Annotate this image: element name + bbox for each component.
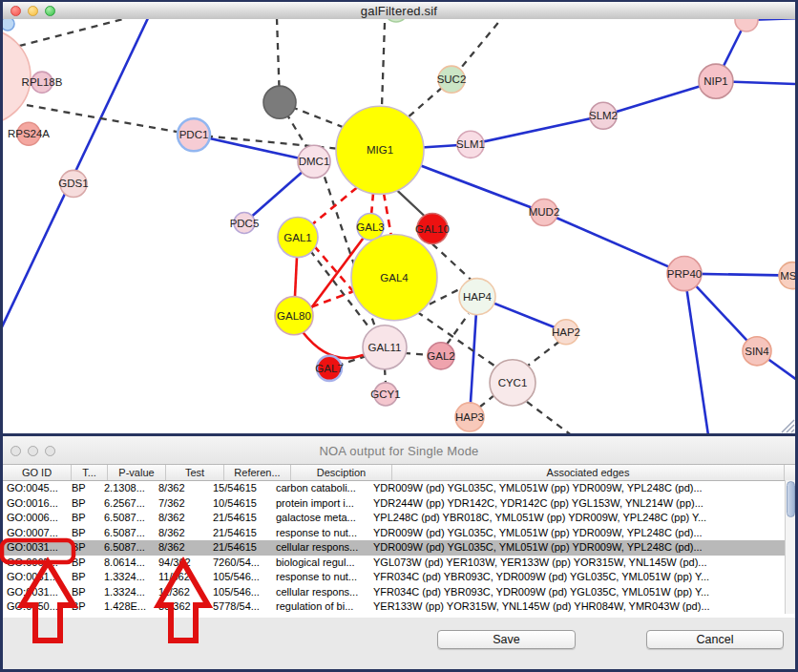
table-cell: BP (68, 496, 100, 512)
noa-output-window: NOA output for Single Mode GO IDT...P-va… (3, 436, 795, 669)
graph-node-gray-node[interactable] (263, 86, 296, 118)
graph-edge[interactable] (397, 190, 426, 217)
table-row[interactable]: GO:0031...BP6.5087...8/36221/54615cellul… (3, 540, 795, 556)
table-cell: 21/54615 (209, 526, 272, 541)
graph-node-label: CYC1 (498, 377, 528, 388)
table-cell: protein import i... (272, 496, 369, 512)
network-canvas[interactable]: RPL18BRPS24AGDS1PDC1MIG1SUC2SLM1SLM2NIP1… (3, 19, 795, 433)
table-cell: galactose meta... (272, 511, 369, 526)
column-header-2[interactable]: P-value (108, 465, 166, 480)
graph-node-label: SIN4 (745, 346, 769, 357)
table-cell: 6.5087... (100, 526, 155, 541)
graph-edge[interactable] (684, 274, 708, 433)
table-row[interactable]: GO:0006...BP6.5087...8/36221/54615galact… (3, 511, 795, 526)
graph-edge[interactable] (527, 402, 573, 433)
table-cell: 21/54615 (209, 540, 272, 556)
table-row[interactable]: GO:0065...BP8.0614...94/3627260/54...bio… (3, 556, 795, 571)
graph-edge[interactable] (303, 332, 364, 358)
table-cell: carbon cataboli... (272, 481, 369, 496)
table-cell: 1.3324... (100, 585, 155, 600)
network-window-title: galFiltered.sif (3, 4, 795, 18)
table-cell: 80/362 (155, 599, 209, 615)
graph-edge[interactable] (382, 23, 385, 107)
graph-node-label: GAL7 (315, 363, 343, 374)
noa-window-titlebar[interactable]: NOA output for Single Mode (3, 436, 795, 465)
graph-edge[interactable] (432, 244, 472, 281)
table-row[interactable]: GO:0045...BP2.1308...8/36215/54615carbon… (3, 481, 795, 496)
table-cell: 2.1308... (100, 481, 155, 496)
table-header-row: GO IDT...P-valueTestReferen...Desciption… (3, 465, 795, 481)
graph-edge[interactable] (471, 116, 603, 144)
table-cell: BP (68, 585, 100, 600)
table-cell: BP (68, 526, 100, 541)
table-row[interactable]: GO:0016...BP6.2567...7/36210/54615protei… (3, 496, 795, 512)
graph-node-label: PDC5 (230, 218, 260, 229)
graph-node-label: GCY1 (370, 388, 400, 400)
table-cell: YDR009W (pd) YGL035C, YML051W (pp) YDR00… (369, 481, 758, 496)
table-cell: YPL248C (pd) YBR018C, YML051W (pp) YDR00… (369, 511, 758, 526)
table-cell: YDR009W (pd) YGL035C, YML051W (pp) YDR00… (369, 526, 758, 541)
table-cell: 1.3324... (100, 570, 155, 585)
graph-node-label: HAP2 (552, 326, 580, 338)
column-header-5[interactable]: Desciption (291, 465, 392, 480)
table-cell: 7260/54... (209, 556, 272, 571)
column-header-3[interactable]: Test (166, 465, 224, 480)
graph-edge[interactable] (544, 212, 684, 273)
resize-grip-icon[interactable] (782, 420, 794, 432)
table-cell: BP (68, 481, 100, 496)
table-cell: cellular respons... (272, 585, 369, 600)
table-row[interactable]: GO:0031...BP1.3324...11/362105/546...res… (3, 570, 795, 585)
graph-node-label: MIG1 (367, 144, 393, 156)
column-header-6[interactable]: Associated edges (392, 465, 785, 480)
graph-node-label: HAP4 (463, 291, 493, 303)
table-cell: GO:0045... (3, 481, 68, 496)
save-button[interactable]: Save (437, 630, 576, 649)
graph-node-corner[interactable] (3, 19, 14, 31)
table-cell: GO:0007... (3, 526, 68, 541)
column-header-1[interactable]: T... (72, 465, 108, 480)
scrollbar-thumb[interactable] (787, 481, 795, 517)
graph-node-label: SLM1 (456, 138, 485, 150)
table-row[interactable]: GO:0050...BP1.428E...80/3625778/54...reg… (3, 599, 795, 615)
vertical-scrollbar[interactable] (785, 480, 795, 614)
graph-edge[interactable] (384, 193, 391, 236)
results-table: GO IDT...P-valueTestReferen...Desciption… (3, 465, 795, 618)
cancel-button[interactable]: Cancel (646, 630, 784, 649)
table-row[interactable]: GO:0031...BP1.3324...11/362105/546...cel… (3, 585, 795, 600)
table-cell: 6.2567... (100, 496, 155, 512)
graph-edge[interactable] (385, 368, 386, 384)
table-cell: cellular respons... (272, 540, 369, 556)
table-cell: YDR244W (pp) YDR142C, YDR142C (pp) YGL15… (369, 496, 758, 512)
table-row[interactable]: GO:0007...BP6.5087...8/36221/54615respon… (3, 526, 795, 541)
column-header-4[interactable]: Referen... (224, 465, 291, 480)
graph-node-label: GAL3 (356, 221, 384, 233)
graph-edge[interactable] (371, 193, 373, 215)
column-header-0[interactable]: GO ID (3, 465, 72, 480)
table-cell: YER133W (pp) YOR315W, YNL145W (pd) YHR08… (369, 599, 758, 615)
table-cell: response to nut... (272, 570, 369, 585)
graph-node-label: SUC2 (437, 74, 467, 85)
graph-edge[interactable] (308, 187, 357, 227)
graph-edge[interactable] (19, 19, 127, 46)
graph-node-label: SLM2 (589, 110, 618, 121)
graph-edge[interactable] (27, 105, 194, 135)
graph-edge[interactable] (447, 314, 469, 345)
table-cell: response to nut... (272, 526, 369, 541)
table-cell: biological regul... (272, 556, 369, 571)
table-cell: 105/546... (209, 570, 272, 585)
table-cell: YFR034C (pd) YBR093C, YDR009W (pd) YGL03… (369, 585, 758, 600)
network-window-titlebar[interactable]: galFiltered.sif (3, 2, 795, 20)
graph-edge[interactable] (404, 353, 429, 355)
table-cell: GO:0031... (3, 540, 68, 556)
noa-window-title: NOA output for Single Mode (3, 444, 795, 458)
graph-edge[interactable] (527, 342, 559, 367)
table-cell: 11/362 (155, 585, 209, 600)
table-cell: YDR009W (pd) YGL035C, YML051W (pp) YDR00… (369, 540, 758, 556)
graph-node-label: GDS1 (58, 178, 88, 189)
table-cell: YGL073W (pd) YER103W, YER133W (pp) YOR31… (369, 556, 758, 571)
graph-node-cut-top-right[interactable] (735, 19, 758, 32)
graph-edge[interactable] (194, 135, 314, 161)
table-cell: 8/362 (155, 540, 209, 556)
graph-node-label: GAL10 (415, 223, 450, 235)
graph-node-green-top[interactable] (385, 19, 408, 22)
